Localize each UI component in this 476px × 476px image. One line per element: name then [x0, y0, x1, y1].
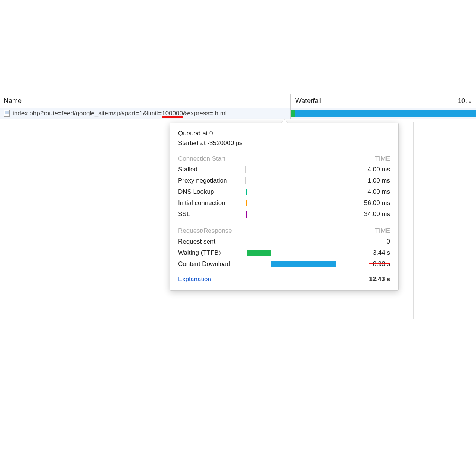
timing-bar-zone	[245, 200, 342, 206]
network-panel: Name Waterfall 10.▲ index.php?route=feed…	[0, 94, 476, 119]
time-header: TIME	[375, 155, 390, 163]
timing-bar	[246, 189, 247, 195]
request-url: index.php?route=feed/google_sitemap&part…	[13, 110, 227, 117]
waterfall-bar	[291, 108, 476, 119]
timing-bar-zone	[245, 250, 342, 256]
section-title: Connection Start	[178, 155, 225, 163]
timing-value: 1.00 ms	[342, 177, 390, 184]
time-header: TIME	[375, 227, 390, 235]
timing-row: DNS Lookup4.00 ms	[178, 187, 390, 197]
timing-bar	[245, 166, 246, 173]
timing-value: 0	[342, 238, 390, 245]
timing-section: Request/ResponseTIMERequest sent0Waiting…	[178, 226, 390, 269]
started-label: Started at -3520000 µs	[178, 139, 390, 147]
timing-label: Waiting (TTFB)	[178, 249, 245, 257]
explanation-link[interactable]: Explanation	[178, 276, 211, 283]
timing-section: Connection StartTIMEStalled4.00 msProxy …	[178, 154, 390, 219]
timing-value: 4.00 ms	[342, 188, 390, 196]
waterfall-label: Waterfall	[295, 97, 321, 105]
annotation-underline	[369, 263, 390, 264]
column-header-name[interactable]: Name	[0, 94, 291, 108]
timing-row: Waiting (TTFB)3.44 s	[178, 248, 390, 258]
timing-label: DNS Lookup	[178, 188, 245, 196]
timing-bar-zone	[245, 211, 342, 218]
timing-value: 8.93 s	[342, 260, 390, 268]
ttfb-segment	[291, 110, 295, 117]
annotation-underline	[162, 116, 183, 118]
total-time: 12.43 s	[369, 276, 390, 283]
table-header: Name Waterfall 10.▲	[0, 94, 476, 108]
timing-label: Initial connection	[178, 199, 245, 207]
timing-label: SSL	[178, 210, 245, 218]
timing-label: Content Download	[178, 260, 245, 268]
queued-label: Queued at 0	[178, 130, 390, 137]
waterfall-scale: 10.▲	[458, 97, 472, 105]
timing-tooltip: Queued at 0 Started at -3520000 µs Conne…	[170, 123, 399, 291]
timing-value: 4.00 ms	[342, 166, 390, 173]
timing-row: Request sent0	[178, 237, 390, 247]
timing-label: Proxy negotiation	[178, 177, 245, 184]
timing-bar	[246, 200, 247, 206]
section-title: Request/Response	[178, 227, 232, 235]
timing-label: Request sent	[178, 238, 245, 245]
timing-bar-zone	[245, 177, 342, 184]
timing-row: Proxy negotiation1.00 ms	[178, 176, 390, 186]
column-header-waterfall[interactable]: Waterfall 10.▲	[291, 94, 476, 108]
timing-value: 56.00 ms	[342, 199, 390, 207]
timing-label: Stalled	[178, 166, 245, 173]
sort-arrow-icon: ▲	[468, 99, 472, 104]
timing-row: Stalled4.00 ms	[178, 165, 390, 174]
timing-row: Initial connection56.00 ms	[178, 198, 390, 208]
request-row[interactable]: index.php?route=feed/google_sitemap&part…	[0, 108, 476, 119]
timing-bar-zone	[245, 189, 342, 195]
document-icon	[4, 110, 10, 117]
timing-bar	[247, 238, 247, 245]
timing-bar	[245, 177, 246, 184]
timing-bar	[247, 250, 271, 256]
timing-bar	[271, 261, 336, 267]
download-segment	[295, 110, 476, 117]
timing-bar-zone	[245, 166, 342, 173]
timing-bar-zone	[245, 261, 342, 267]
timing-value: 3.44 s	[342, 249, 390, 257]
timing-bar-zone	[245, 238, 342, 245]
timing-row: Content Download8.93 s	[178, 259, 390, 269]
timing-row: SSL34.00 ms	[178, 209, 390, 219]
timing-bar	[246, 211, 247, 218]
timing-value: 34.00 ms	[342, 210, 390, 218]
